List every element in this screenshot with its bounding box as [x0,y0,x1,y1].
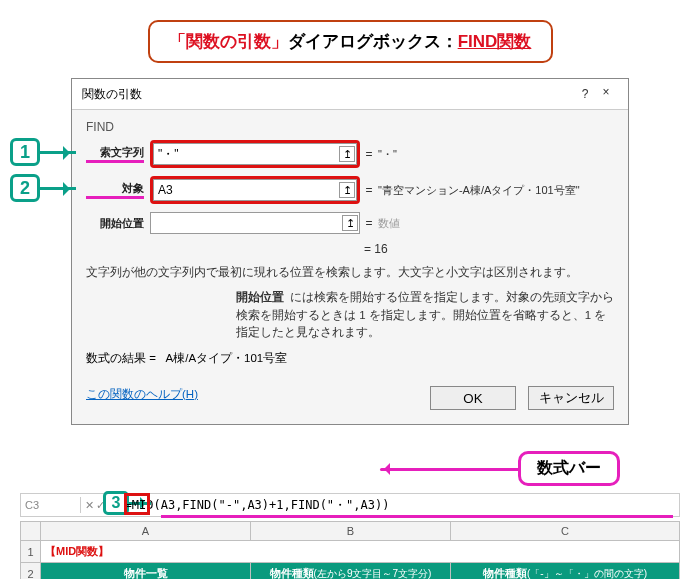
formula-bar: C3 ✕ ✓ fx 3 =MID(A3,FIND("-",A3)+1,FIND(… [20,493,680,517]
banner-fn: FIND関数 [458,32,532,51]
row-header[interactable]: 2 [21,563,41,580]
arg-label-search: 索文字列 [86,145,144,163]
corner-cell[interactable] [21,522,41,541]
cancel-button[interactable]: キャンセル [528,386,614,410]
help-icon[interactable]: ? [576,87,594,101]
callout-1: 1 [10,138,76,166]
formula-bar-callout: 数式バー [20,451,680,489]
formula-result: 数式の結果 = A棟/Aタイプ・101号室 [86,351,614,366]
function-arguments-dialog: 関数の引数 ? × FIND 1 索文字列 ↥ = "・" 2 対象 [71,78,629,425]
formula-result-label: 数式の結果 = [86,352,156,364]
underline-annotation [161,515,673,518]
equals-sign: = [360,216,378,230]
row-header[interactable]: 1 [21,541,41,563]
banner-quote: 「関数の引数」 [169,32,288,51]
formula-text: =MID(A3,FIND("-",A3)+1,FIND("・",A3)) [125,498,390,512]
close-icon[interactable]: × [594,85,618,103]
calc-result: = 16 [364,242,614,256]
arrow-left-icon [380,468,540,471]
col-header-a[interactable]: A [41,522,251,541]
arg-result-search: "・" [378,147,614,162]
arg-result-start: 数値 [378,216,614,231]
arg-input-target[interactable] [153,179,357,201]
formula-input[interactable]: =MID(A3,FIND("-",A3)+1,FIND("・",A3)) [121,495,679,516]
range-picker-icon[interactable]: ↥ [339,146,355,162]
desc2-head: 開始位置 [236,291,284,303]
arg-label-start: 開始位置 [86,216,144,231]
arg-row-search: 1 索文字列 ↥ = "・" [86,140,614,168]
banner-mid: ダイアログボックス： [288,32,458,51]
callout-2: 2 [10,174,76,202]
range-picker-icon[interactable]: ↥ [339,182,355,198]
sheet-title[interactable]: 【MID関数】 [41,541,680,563]
function-description: 文字列が他の文字列内で最初に現れる位置を検索します。大文字と小文字は区別されます… [86,264,614,281]
arg-input-start[interactable] [150,212,360,234]
table-header-c[interactable]: 物件種類(「-」～「・」の間の文字) [451,563,680,580]
desc2-body: には検索を開始する位置を指定します。対象の先頭文字から検索を開始するときは 1 … [236,291,614,338]
formula-bar-callout-label: 数式バー [518,451,620,486]
dialog-title: 関数の引数 [82,86,576,103]
arg-input-search[interactable] [153,143,357,165]
ok-button[interactable]: OK [430,386,516,410]
col-header-b[interactable]: B [251,522,451,541]
callout-2-number: 2 [10,174,40,202]
arg-result-target: "青空マンション-A棟/Aタイプ・101号室" [378,183,614,198]
argument-description: 開始位置には検索を開始する位置を指定します。対象の先頭文字から検索を開始するとき… [236,289,614,341]
range-picker-icon[interactable]: ↥ [342,215,358,231]
function-help-link[interactable]: この関数のヘルプ(H) [86,387,198,402]
table-header-a[interactable]: 物件一覧 [41,563,251,580]
col-header-c[interactable]: C [451,522,680,541]
dialog-titlebar: 関数の引数 ? × [72,79,628,110]
calc-result-value: 16 [374,242,387,256]
formula-result-value: A棟/Aタイプ・101号室 [166,352,288,364]
arg-row-start: 開始位置 ↥ = 数値 [86,212,614,234]
highlight-box [124,493,150,515]
name-box[interactable]: C3 [21,497,81,513]
callout-1-number: 1 [10,138,40,166]
title-banner: 「関数の引数」ダイアログボックス：FIND関数 [148,20,553,63]
arrow-right-icon [40,187,76,190]
table-header-b[interactable]: 物件種類(左から9文字目～7文字分) [251,563,451,580]
spreadsheet: A B C 1 【MID関数】 2 物件一覧 物件種類(左から9文字目～7文字分… [20,521,680,579]
function-name: FIND [86,120,614,134]
fb-cancel-icon[interactable]: ✕ [85,499,94,512]
arrow-right-icon [40,151,76,154]
equals-sign: = [360,183,378,197]
arg-label-target: 対象 [86,181,144,199]
equals-sign: = [360,147,378,161]
arg-row-target: 2 対象 ↥ = "青空マンション-A棟/Aタイプ・101号室" [86,176,614,204]
